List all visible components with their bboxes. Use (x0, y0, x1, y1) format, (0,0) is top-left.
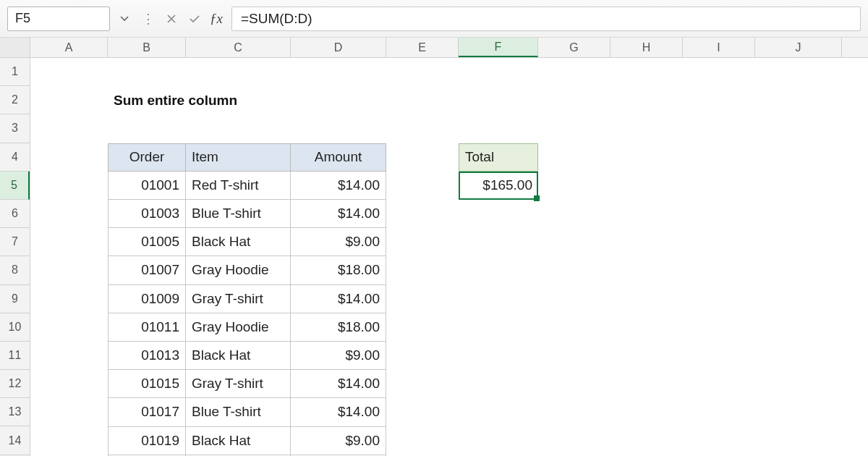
cell-d4-header-amount[interactable]: Amount (291, 143, 386, 172)
cell-d7[interactable]: $9.00 (291, 228, 386, 256)
cell-c9[interactable]: Gray T-shirt (186, 285, 291, 313)
cell-b4-header-order[interactable]: Order (108, 143, 186, 172)
cell-d9[interactable]: $14.00 (291, 285, 386, 313)
cell-c5[interactable]: Red T-shirt (186, 172, 291, 200)
x-icon (166, 14, 176, 24)
column-header-c[interactable]: C (186, 38, 291, 57)
column-header-d[interactable]: D (291, 38, 386, 57)
cell-c12[interactable]: Gray T-shirt (186, 370, 291, 398)
cell-b11[interactable]: 01013 (108, 342, 186, 370)
row-header-14[interactable]: 14 (0, 426, 30, 455)
row-header-2[interactable]: 2 (0, 86, 30, 114)
column-header-j[interactable]: J (755, 38, 842, 57)
row-header-12[interactable]: 12 (0, 370, 30, 398)
cell-c10[interactable]: Gray Hoodie (186, 313, 291, 342)
cell-c14[interactable]: Black Hat (186, 427, 291, 455)
cell-d5[interactable]: $14.00 (291, 172, 386, 200)
cell-b13[interactable]: 01017 (108, 398, 186, 426)
row-header-11[interactable]: 11 (0, 342, 30, 370)
column-header-a[interactable]: A (30, 38, 108, 57)
cell-f4-total-label[interactable]: Total (459, 143, 538, 172)
column-header-g[interactable]: G (538, 38, 610, 57)
formula-bar: F5 ⋮ ƒx =SUM(D:D) (0, 0, 868, 38)
cell-b9[interactable]: 01009 (108, 285, 186, 313)
cell-d13[interactable]: $14.00 (291, 398, 386, 426)
cell-c8[interactable]: Gray Hoodie (186, 256, 291, 284)
cell-c7[interactable]: Black Hat (186, 228, 291, 256)
spreadsheet-grid[interactable]: A B C D E F G H I J 1 2 3 4 5 6 7 8 9 10 (0, 38, 868, 456)
spreadsheet-window: F5 ⋮ ƒx =SUM(D:D) A B C D E F G H I J (0, 0, 868, 456)
cell-d10[interactable]: $18.00 (291, 313, 386, 342)
cell-b10[interactable]: 01011 (108, 313, 186, 342)
accept-formula-button[interactable] (185, 9, 204, 28)
cell-d12[interactable]: $14.00 (291, 370, 386, 398)
column-header-b[interactable]: B (108, 38, 186, 57)
cell-b2-title[interactable]: Sum entire column (108, 86, 397, 114)
row-header-3[interactable]: 3 (0, 114, 30, 143)
cell-d11[interactable]: $9.00 (291, 342, 386, 370)
row-header-1[interactable]: 1 (0, 58, 30, 86)
column-header-f[interactable]: F (459, 38, 538, 57)
check-icon (189, 14, 200, 24)
row-header-4[interactable]: 4 (0, 143, 30, 172)
column-header-i[interactable]: I (683, 38, 755, 57)
cell-area[interactable]: Sum entire column Order Item Amount Tota… (30, 58, 868, 456)
cell-d6[interactable]: $14.00 (291, 200, 386, 228)
column-header-e[interactable]: E (386, 38, 459, 57)
cell-f5-total-value[interactable]: $165.00 (459, 172, 538, 200)
column-header-h[interactable]: H (610, 38, 683, 57)
name-box-dropdown[interactable] (114, 7, 135, 31)
cell-b8[interactable]: 01007 (108, 256, 186, 284)
cell-b14[interactable]: 01019 (108, 427, 186, 455)
cell-c6[interactable]: Blue T-shirt (186, 200, 291, 228)
cell-b7[interactable]: 01005 (108, 228, 186, 256)
chevron-down-icon (120, 14, 129, 23)
separator: ⋮ (139, 11, 158, 27)
row-header-5[interactable]: 5 (0, 172, 30, 200)
row-header-10[interactable]: 10 (0, 313, 30, 342)
row-header-8[interactable]: 8 (0, 256, 30, 284)
cell-b6[interactable]: 01003 (108, 200, 186, 228)
cell-c13[interactable]: Blue T-shirt (186, 398, 291, 426)
fx-icon[interactable]: ƒx (208, 11, 227, 27)
name-box[interactable]: F5 (7, 7, 110, 31)
cell-c11[interactable]: Black Hat (186, 342, 291, 370)
cell-c4-header-item[interactable]: Item (186, 143, 291, 172)
formula-input[interactable]: =SUM(D:D) (231, 7, 861, 31)
row-header-7[interactable]: 7 (0, 228, 30, 256)
row-header-13[interactable]: 13 (0, 398, 30, 426)
row-header-6[interactable]: 6 (0, 200, 30, 228)
column-headers: A B C D E F G H I J (0, 38, 868, 58)
cell-b12[interactable]: 01015 (108, 370, 186, 398)
row-headers: 1 2 3 4 5 6 7 8 9 10 11 12 13 14 15 (0, 58, 30, 456)
cell-d14[interactable]: $9.00 (291, 427, 386, 455)
select-all-corner[interactable] (0, 38, 30, 57)
cancel-formula-button[interactable] (162, 9, 181, 28)
cell-d8[interactable]: $18.00 (291, 256, 386, 284)
cell-b5[interactable]: 01001 (108, 172, 186, 200)
row-header-9[interactable]: 9 (0, 285, 30, 313)
